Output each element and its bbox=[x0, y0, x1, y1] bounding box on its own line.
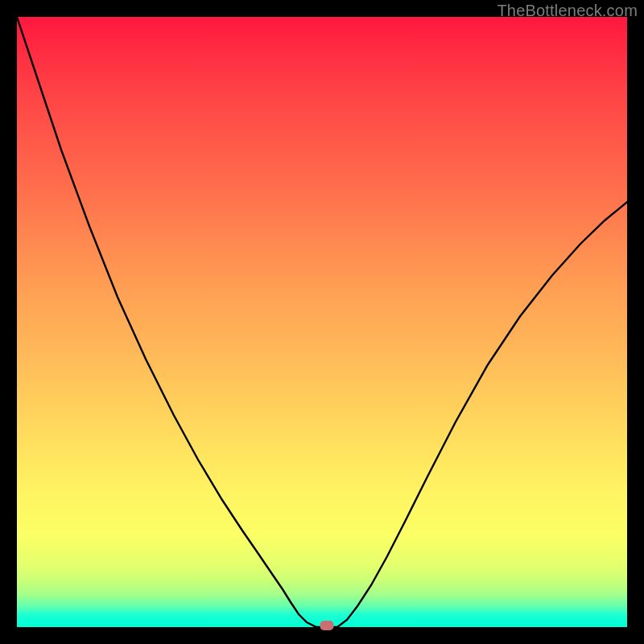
bottleneck-curve bbox=[17, 17, 627, 627]
optimal-point-marker bbox=[320, 621, 334, 630]
watermark-text: TheBottleneck.com bbox=[497, 2, 638, 20]
